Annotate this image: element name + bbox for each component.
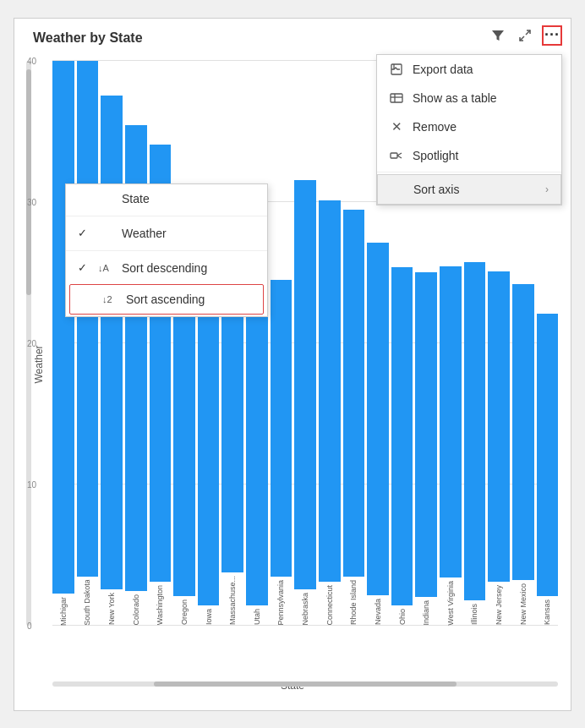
more-icon[interactable]: ··· bbox=[542, 25, 562, 46]
bar-x-label: West Virginia bbox=[446, 581, 455, 626]
expand-icon[interactable] bbox=[515, 25, 535, 46]
menu-item-show-table[interactable]: Show as a table bbox=[377, 84, 561, 112]
svg-rect-4 bbox=[391, 94, 402, 102]
sub-menu-sep1 bbox=[66, 216, 267, 216]
sort-asc-icon: ↓2 bbox=[102, 294, 119, 304]
sub-menu-weather-label: Weather bbox=[122, 227, 167, 240]
sub-menu: State ✓ Weather ✓ ↓A Sort descending ↓2 … bbox=[65, 183, 268, 317]
bar-col: Massachuse... bbox=[221, 61, 243, 626]
sub-menu-sort-desc[interactable]: ✓ ↓A Sort descending bbox=[66, 254, 267, 282]
bar-x-label: Indiana bbox=[422, 600, 430, 626]
bar[interactable] bbox=[537, 314, 559, 596]
filter-icon[interactable] bbox=[488, 25, 508, 46]
show-table-icon bbox=[389, 90, 404, 106]
menu-label-export: Export data bbox=[413, 63, 549, 76]
menu-divider bbox=[377, 172, 561, 172]
menu-item-spotlight[interactable]: Spotlight bbox=[377, 141, 561, 170]
sub-menu-sort-desc-label: Sort descending bbox=[122, 261, 207, 275]
bar[interactable] bbox=[319, 200, 341, 582]
bar[interactable] bbox=[464, 262, 486, 601]
sub-menu-sort-asc-label: Sort ascending bbox=[126, 293, 205, 306]
chart-title: Weather by State bbox=[33, 30, 143, 46]
export-icon bbox=[389, 62, 404, 77]
remove-icon: ✕ bbox=[389, 119, 404, 134]
menu-label-spotlight: Spotlight bbox=[413, 149, 549, 162]
bar[interactable] bbox=[440, 266, 462, 577]
bar-col: South Dakota bbox=[77, 61, 99, 626]
bar-x-label: New Jersey bbox=[495, 585, 503, 625]
bar-col: Connecticut bbox=[319, 61, 341, 626]
sort-desc-icon: ↓A bbox=[98, 263, 115, 273]
bar[interactable] bbox=[294, 180, 316, 589]
bar-x-label: Nevada bbox=[374, 599, 382, 625]
bar[interactable] bbox=[391, 267, 413, 606]
sort-axis-icon bbox=[390, 182, 405, 197]
bar-x-label: Pennsylvania bbox=[276, 580, 285, 626]
svg-line-9 bbox=[397, 156, 402, 158]
menu-label-sort-axis: Sort axis bbox=[413, 183, 537, 196]
svg-line-8 bbox=[397, 153, 402, 156]
bar-x-label: Iowa bbox=[205, 609, 213, 625]
sub-menu-state-label: State bbox=[98, 192, 150, 205]
bar-col: Utah bbox=[246, 61, 268, 626]
check-weather-icon: ✓ bbox=[78, 227, 91, 239]
bar[interactable] bbox=[415, 272, 437, 597]
toolbar: ··· bbox=[488, 25, 562, 46]
bar[interactable] bbox=[52, 61, 74, 594]
x-scrollbar[interactable] bbox=[52, 681, 558, 687]
bar-x-label: Rhode Island bbox=[349, 580, 358, 625]
bar-x-label: New York bbox=[107, 593, 116, 625]
menu-item-remove[interactable]: ✕ Remove bbox=[377, 112, 561, 141]
bar-x-label: Oregon bbox=[180, 599, 189, 625]
bar[interactable] bbox=[246, 281, 268, 605]
bar[interactable] bbox=[271, 280, 292, 577]
spotlight-icon bbox=[389, 148, 404, 163]
sub-menu-weather[interactable]: ✓ Weather bbox=[66, 219, 267, 248]
svg-rect-7 bbox=[391, 153, 397, 158]
bar-col: Oregon bbox=[173, 61, 195, 626]
sub-menu-sort-asc[interactable]: ↓2 Sort ascending bbox=[69, 284, 264, 315]
bar-col: Colorado bbox=[125, 61, 147, 626]
bar-col: Washington bbox=[150, 61, 172, 626]
bar-col: Iowa bbox=[198, 61, 220, 626]
bar[interactable] bbox=[488, 271, 510, 582]
bar[interactable] bbox=[367, 243, 389, 596]
bar-col: Pennsylvania bbox=[271, 61, 292, 626]
chart-container: Weather by State ··· Weather bbox=[14, 18, 571, 711]
bar-x-label: Connecticut bbox=[325, 585, 334, 626]
y-scrollbar[interactable] bbox=[26, 61, 31, 626]
bar-x-label: Nebraska bbox=[301, 593, 309, 626]
bar-x-label: Kansas bbox=[543, 599, 551, 625]
bar-col: Michigan bbox=[52, 61, 74, 626]
y-axis-label: Weather bbox=[33, 345, 45, 383]
bar[interactable] bbox=[343, 210, 365, 577]
bar-x-label: Washington bbox=[156, 585, 164, 625]
sub-menu-state-header: State bbox=[66, 184, 267, 213]
bar-x-label: Utah bbox=[253, 609, 261, 625]
menu-item-sort-axis[interactable]: Sort axis › bbox=[377, 174, 561, 205]
bar-col: New York bbox=[101, 61, 123, 626]
bar-x-label: Colorado bbox=[132, 594, 140, 626]
bar-x-label: Massachuse... bbox=[228, 576, 237, 625]
bar-x-label: Michigan bbox=[59, 597, 68, 626]
sub-menu-sep2 bbox=[66, 250, 267, 251]
menu-item-export[interactable]: Export data bbox=[377, 55, 561, 84]
bar[interactable] bbox=[77, 61, 99, 577]
sort-axis-arrow: › bbox=[545, 183, 549, 195]
menu-label-remove: Remove bbox=[413, 120, 549, 134]
bar-x-label: Illinois bbox=[470, 604, 478, 625]
context-menu: Export data Show as a table ✕ Remove bbox=[376, 54, 562, 205]
bar-col: Nebraska bbox=[294, 61, 316, 626]
check-desc-icon: ✓ bbox=[78, 261, 91, 274]
menu-label-show-table: Show as a table bbox=[413, 91, 549, 105]
bar-x-label: Ohio bbox=[398, 609, 407, 625]
bar-x-label: New Mexico bbox=[519, 583, 528, 625]
bar-x-label: South Dakota bbox=[83, 580, 91, 626]
bar[interactable] bbox=[512, 284, 534, 581]
bar[interactable] bbox=[101, 96, 123, 590]
bar-col: Rhode Island bbox=[343, 61, 365, 626]
